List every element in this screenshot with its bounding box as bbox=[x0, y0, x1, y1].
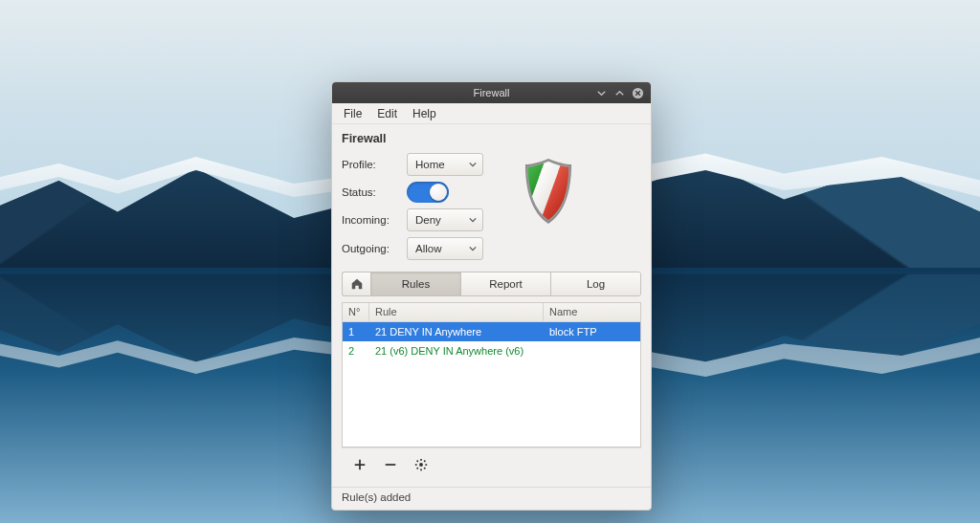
cell-name: block FTP bbox=[544, 323, 640, 340]
status-label: Status: bbox=[342, 186, 399, 198]
incoming-value: Deny bbox=[415, 214, 441, 226]
desktop-background: Firewall File Edit Help Firewall bbox=[0, 0, 980, 523]
table-row[interactable]: 221 (v6) DENY IN Anywhere (v6) bbox=[343, 341, 640, 360]
profile-label: Profile: bbox=[342, 159, 399, 170]
tab-log[interactable]: Log bbox=[551, 272, 640, 295]
remove-rule-button[interactable] bbox=[380, 454, 401, 475]
profile-value: Home bbox=[415, 159, 445, 170]
home-tab[interactable] bbox=[342, 272, 370, 296]
cell-name bbox=[544, 348, 640, 354]
tab-rules[interactable]: Rules bbox=[371, 272, 461, 295]
maximize-button[interactable] bbox=[612, 86, 627, 100]
menubar: File Edit Help bbox=[332, 103, 651, 124]
minimize-button[interactable] bbox=[594, 86, 609, 100]
rules-table: N° Rule Name 121 DENY IN Anywhereblock F… bbox=[342, 302, 641, 447]
svg-point-7 bbox=[419, 463, 423, 467]
plus-icon bbox=[353, 458, 367, 471]
firewall-window: Firewall File Edit Help Firewall bbox=[331, 81, 652, 511]
chevron-down-icon bbox=[469, 159, 477, 170]
statusbar: Rule(s) added bbox=[332, 487, 651, 510]
chevron-down-icon bbox=[469, 214, 477, 226]
menu-file[interactable]: File bbox=[338, 105, 368, 122]
add-rule-button[interactable] bbox=[349, 454, 370, 475]
cell-rule: 21 (v6) DENY IN Anywhere (v6) bbox=[369, 342, 544, 360]
incoming-select[interactable]: Deny bbox=[407, 208, 483, 231]
column-header-rule[interactable]: Rule bbox=[369, 303, 544, 321]
titlebar[interactable]: Firewall bbox=[332, 82, 651, 103]
cell-n: 2 bbox=[343, 342, 369, 360]
outgoing-select[interactable]: Allow bbox=[407, 237, 483, 260]
table-row[interactable]: 121 DENY IN Anywhereblock FTP bbox=[343, 322, 640, 341]
status-toggle[interactable] bbox=[407, 182, 449, 203]
close-button[interactable] bbox=[631, 86, 645, 100]
outgoing-value: Allow bbox=[415, 243, 441, 254]
cell-n: 1 bbox=[343, 323, 369, 340]
column-header-name[interactable]: Name bbox=[544, 303, 640, 321]
settings-rule-button[interactable] bbox=[411, 454, 432, 475]
outgoing-label: Outgoing: bbox=[342, 243, 399, 254]
status-message: Rule(s) added bbox=[342, 491, 411, 503]
tab-report[interactable]: Report bbox=[461, 272, 551, 295]
menu-help[interactable]: Help bbox=[407, 105, 442, 122]
chevron-down-icon bbox=[469, 243, 477, 254]
gear-icon bbox=[414, 458, 428, 471]
minus-icon bbox=[384, 458, 397, 471]
profile-select[interactable]: Home bbox=[407, 153, 483, 176]
section-heading: Firewall bbox=[342, 132, 641, 145]
incoming-label: Incoming: bbox=[342, 214, 399, 226]
shield-icon bbox=[522, 157, 575, 260]
column-header-n[interactable]: N° bbox=[343, 303, 369, 321]
menu-edit[interactable]: Edit bbox=[371, 105, 403, 122]
cell-rule: 21 DENY IN Anywhere bbox=[369, 323, 544, 340]
home-icon bbox=[350, 277, 364, 291]
